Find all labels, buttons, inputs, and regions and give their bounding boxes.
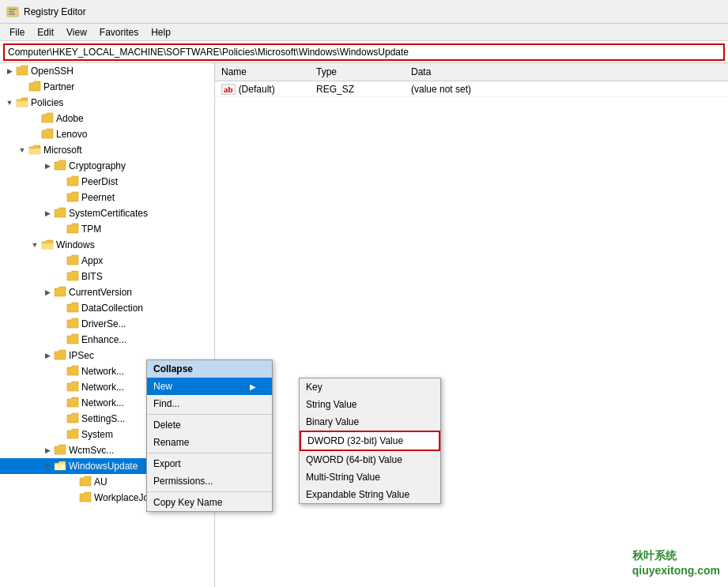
- submenu-item-string-value[interactable]: String Value: [300, 396, 440, 413]
- menu-file[interactable]: File: [3, 25, 31, 40]
- folder-icon-openssh: [16, 65, 28, 77]
- address-input[interactable]: [3, 43, 725, 61]
- tree-item-currentversion[interactable]: ▶ CurrentVersion: [0, 284, 214, 300]
- tree-label-windowsupdate: WindowsUpdate: [69, 461, 138, 472]
- folder-icon-driversi: [66, 318, 79, 330]
- context-menu-item-new[interactable]: New ▶: [147, 378, 272, 395]
- folder-icon-windows: [41, 239, 54, 251]
- folder-icon-currentversion: [54, 286, 66, 299]
- menu-edit[interactable]: Edit: [31, 25, 60, 40]
- svg-rect-2: [9, 11, 14, 13]
- menu-favorites[interactable]: Favorites: [93, 25, 145, 40]
- context-menu-item-collapse[interactable]: Collapse: [147, 360, 272, 378]
- tree-item-windows[interactable]: ▼ Windows: [0, 237, 214, 253]
- context-menu-item-find[interactable]: Find...: [147, 395, 272, 412]
- tree-label-au: AU: [94, 476, 108, 487]
- submenu-item-qword-value[interactable]: QWORD (64-bit) Value: [300, 451, 440, 468]
- tree-label-datacollection: DataCollection: [81, 303, 143, 314]
- tree-item-policies[interactable]: ▼ Policies: [0, 95, 214, 111]
- folder-icon-wcmsvc: [54, 444, 66, 457]
- app-icon: [6, 6, 19, 18]
- title-bar: Registry Editor: [0, 0, 728, 24]
- tree-item-partner[interactable]: ▶ Partner: [0, 79, 214, 95]
- tree-item-cryptography[interactable]: ▶ Cryptography: [0, 158, 214, 174]
- svg-rect-1: [9, 9, 17, 10]
- folder-icon-network2: [66, 381, 79, 393]
- folder-icon-partner: [28, 81, 41, 93]
- tree-label-peernet: Peernet: [81, 192, 115, 203]
- tree-label-systemcertificates: SystemCertificates: [69, 208, 148, 219]
- tree-item-driversi[interactable]: ▶ DriverSe...: [0, 316, 214, 332]
- tree-item-systemcertificates[interactable]: ▶ SystemCertificates: [0, 205, 214, 221]
- data-row-default[interactable]: ab (Default) REG_SZ (value not set): [215, 81, 728, 97]
- context-menu-item-rename[interactable]: Rename: [147, 434, 272, 451]
- data-cell-name: ab (Default): [215, 84, 310, 95]
- tree-item-datacollection[interactable]: ▶ DataCollection: [0, 300, 214, 316]
- tree-label-settings: SettingS...: [81, 413, 125, 424]
- tree-label-peerdist: PeerDist: [81, 176, 118, 187]
- context-menu: Collapse New ▶ Find... Delete Rename Exp…: [146, 359, 273, 512]
- submenu-item-key[interactable]: Key: [300, 378, 440, 396]
- context-menu-item-delete[interactable]: Delete: [147, 416, 272, 434]
- menu-view[interactable]: View: [60, 25, 93, 40]
- context-menu-item-copykey[interactable]: Copy Key Name: [147, 494, 272, 511]
- tree-item-lenovo[interactable]: ▶ Lenovo: [0, 126, 214, 142]
- tree-label-appx: Appx: [81, 255, 103, 266]
- folder-icon-policies: [16, 96, 28, 109]
- folder-icon-appx: [66, 254, 79, 267]
- separator-3: [147, 491, 272, 492]
- expand-icon-systemcertificates: ▶: [41, 207, 54, 220]
- col-data: Data: [405, 65, 500, 79]
- address-bar: [0, 41, 728, 63]
- menu-bar: File Edit View Favorites Help: [0, 24, 728, 41]
- expand-icon-openssh: ▶: [3, 65, 16, 77]
- tree-item-enhance[interactable]: ▶ Enhance...: [0, 332, 214, 348]
- tree-item-openssh[interactable]: ▶ OpenSSH: [0, 63, 214, 79]
- submenu-item-multi-string[interactable]: Multi-String Value: [300, 468, 440, 486]
- menu-help[interactable]: Help: [145, 25, 177, 40]
- folder-icon-settings: [66, 412, 79, 425]
- data-cell-type: REG_SZ: [310, 84, 405, 95]
- submenu-arrow-icon: ▶: [250, 382, 256, 391]
- expand-icon-microsoft: ▼: [16, 144, 28, 156]
- tree-label-enhance: Enhance...: [81, 334, 126, 345]
- submenu-item-binary-value[interactable]: Binary Value: [300, 413, 440, 431]
- context-menu-item-permissions[interactable]: Permissions...: [147, 472, 272, 490]
- submenu-item-dword-value[interactable]: DWORD (32-bit) Value: [300, 431, 440, 451]
- folder-icon-adobe: [41, 112, 54, 125]
- tree-item-microsoft[interactable]: ▼ Microsoft: [0, 142, 214, 158]
- main-content: ▶ OpenSSH ▶ Partner ▼ Policie: [0, 63, 728, 587]
- folder-icon-microsoft: [28, 144, 41, 156]
- data-value-name: (Default): [239, 84, 275, 95]
- tree-label-ipsec: IPSec: [69, 350, 94, 361]
- window-title: Registry Editor: [24, 6, 86, 17]
- context-menu-item-export[interactable]: Export: [147, 455, 272, 472]
- tree-label-currentversion: CurrentVersion: [69, 287, 132, 298]
- data-cell-data: (value not set): [405, 84, 500, 95]
- tree-item-bits[interactable]: ▶ BITS: [0, 269, 214, 284]
- tree-label-network2: Network...: [81, 382, 124, 393]
- tree-item-peerdist[interactable]: ▶ PeerDist: [0, 174, 214, 190]
- tree-label-lenovo: Lenovo: [56, 129, 87, 140]
- tree-label-bits: BITS: [81, 271, 103, 282]
- folder-icon-lenovo: [41, 128, 54, 141]
- tree-label-network3: Network...: [81, 397, 124, 408]
- tree-label-windows: Windows: [56, 239, 95, 250]
- expand-icon-wcmsvc: ▶: [41, 444, 54, 457]
- separator-2: [147, 453, 272, 453]
- folder-icon-systemcertificates: [54, 207, 66, 220]
- tree-label-microsoft: Microsoft: [43, 145, 82, 156]
- tree-label-tpm: TPM: [81, 224, 101, 235]
- tree-item-appx[interactable]: ▶ Appx: [0, 253, 214, 269]
- folder-icon-system: [66, 428, 79, 441]
- tree-item-adobe[interactable]: ▶ Adobe: [0, 111, 214, 126]
- tree-item-tpm[interactable]: ▶ TPM: [0, 221, 214, 237]
- tree-item-peernet[interactable]: ▶ Peernet: [0, 190, 214, 205]
- folder-icon-enhance: [66, 333, 79, 346]
- tree-label-policies: Policies: [31, 97, 63, 108]
- data-header: Name Type Data: [215, 63, 728, 81]
- folder-icon-bits: [66, 270, 79, 283]
- submenu-item-expandable-string[interactable]: Expandable String Value: [300, 486, 440, 503]
- col-name: Name: [215, 65, 310, 79]
- col-type: Type: [310, 65, 405, 79]
